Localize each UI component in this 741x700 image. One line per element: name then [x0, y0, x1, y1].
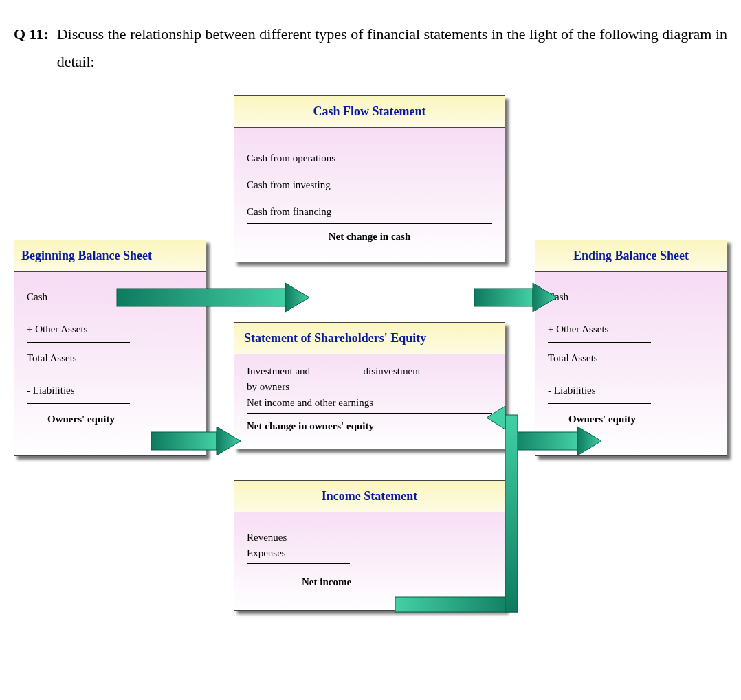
is-rev: Revenues [247, 532, 492, 543]
beginning-balance-sheet-card: Beginning Balance Sheet Cash + Other Ass… [14, 240, 206, 456]
bs-liabilities: - Liabilities [548, 385, 714, 396]
is-exp: Expenses [247, 547, 492, 559]
card-title: Statement of Shareholders' Equity [234, 323, 505, 354]
income-statement-card: Income Statement Revenues Expenses Net i… [234, 480, 505, 611]
question-label: Q 11: [14, 21, 49, 75]
eq-line1: Investment and disinvestment [247, 365, 492, 377]
cf-fin: Cash from financing [247, 206, 492, 218]
card-title: Cash Flow Statement [234, 96, 505, 128]
ending-balance-sheet-card: Ending Balance Sheet Cash + Other Assets… [535, 240, 727, 456]
eq-line1a: Investment and [247, 365, 310, 376]
cf-inv: Cash from investing [247, 179, 492, 191]
card-title: Ending Balance Sheet [535, 240, 727, 272]
hr [247, 563, 350, 564]
bs-owners-equity: Owners' equity [27, 414, 193, 425]
svg-marker-1 [285, 283, 309, 312]
bs-owners-equity: Owners' equity [548, 414, 714, 425]
bs-cash: Cash [27, 291, 193, 303]
eq-line2: by owners [247, 381, 492, 393]
eq-line1b: disinvestment [364, 365, 421, 376]
question-row: Q 11: Discuss the relationship between d… [14, 21, 727, 75]
bs-other-assets: + Other Assets [27, 324, 193, 335]
hr [27, 342, 130, 343]
bs-total-assets: Total Assets [27, 352, 193, 364]
hr [247, 223, 492, 224]
shareholders-equity-card: Statement of Shareholders' Equity Invest… [234, 322, 505, 449]
cf-net: Net change in cash [247, 231, 492, 242]
eq-line3: Net income and other earnings [247, 397, 492, 409]
card-title: Income Statement [234, 481, 505, 512]
card-title: Beginning Balance Sheet [14, 240, 206, 272]
bs-other-assets: + Other Assets [548, 324, 714, 335]
cash-flow-card: Cash Flow Statement Cash from operations… [234, 95, 505, 262]
eq-net: Net change in owners' equity [247, 420, 492, 432]
hr [27, 403, 130, 404]
svg-rect-9 [505, 415, 518, 612]
bs-total-assets: Total Assets [548, 352, 714, 364]
hr [548, 403, 651, 404]
hr [247, 413, 492, 414]
svg-rect-2 [474, 289, 533, 306]
is-net: Net income [302, 576, 492, 588]
financial-statements-diagram: Beginning Balance Sheet Cash + Other Ass… [14, 95, 727, 659]
hr [548, 342, 651, 343]
cf-ops: Cash from operations [247, 153, 492, 164]
bs-liabilities: - Liabilities [27, 385, 193, 396]
question-text: Discuss the relationship between differe… [57, 21, 727, 75]
bs-cash: Cash [548, 291, 714, 303]
